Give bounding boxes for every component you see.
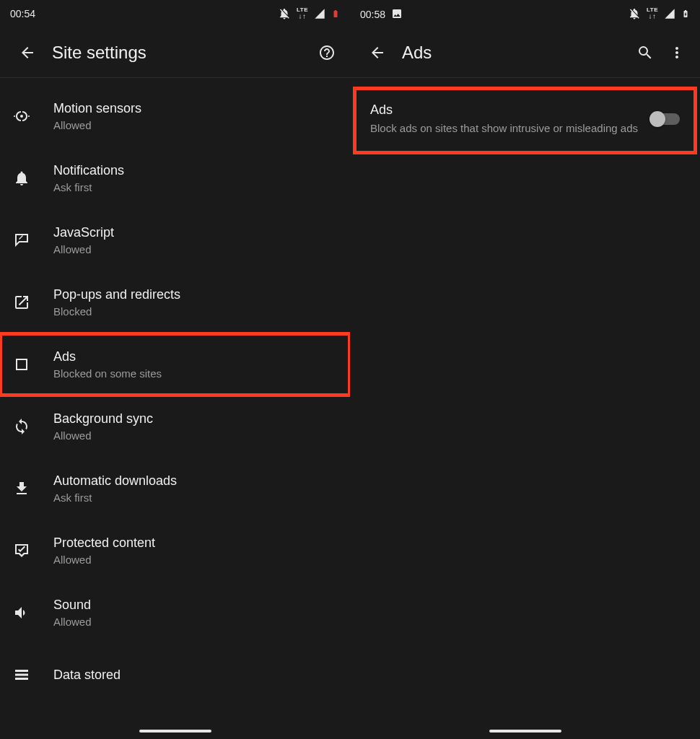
row-sub: Allowed [53, 429, 338, 443]
row-icon-slot [13, 604, 53, 621]
row-label: Protected content [53, 534, 338, 551]
app-bar: Ads [350, 27, 700, 78]
more-options-button[interactable] [661, 37, 693, 69]
js-icon [13, 232, 30, 249]
row-label: Notifications [53, 162, 338, 179]
row-sub: Blocked on some sites [53, 367, 338, 381]
sync-icon [13, 418, 30, 435]
nav-bar [0, 723, 350, 739]
motion-icon [13, 108, 30, 125]
page-title: Site settings [52, 43, 311, 63]
app-bar: Site settings [0, 27, 350, 78]
settings-row-data[interactable]: Data stored [0, 644, 350, 706]
status-bar: 00:54 LTE↓↑ [0, 0, 350, 27]
status-bar: 00:58 LTE↓↑ [350, 0, 700, 27]
ads-settings-screen: 00:58 LTE↓↑ Ads Ads Block ads on sites t… [350, 0, 700, 739]
row-icon-slot [13, 666, 53, 683]
row-label: Ads [53, 348, 338, 365]
ads-icon [13, 356, 30, 373]
settings-row-js[interactable]: JavaScriptAllowed [0, 209, 350, 271]
more-vert-icon [668, 44, 686, 61]
protected-icon [13, 542, 30, 559]
back-button[interactable] [13, 38, 42, 67]
row-sub: Allowed [53, 553, 338, 567]
row-sub: Allowed [53, 242, 338, 257]
help-icon [318, 44, 336, 61]
search-icon [636, 44, 654, 61]
notifications-off-icon [278, 7, 291, 20]
settings-row-popup[interactable]: Pop-ups and redirectsBlocked [0, 271, 350, 333]
signal-icon [664, 8, 675, 19]
row-sub: Allowed [53, 118, 338, 133]
row-label: JavaScript [53, 224, 338, 241]
signal-icon [314, 8, 325, 19]
settings-row-motion[interactable]: Motion sensorsAllowed [0, 85, 350, 147]
lte-indicator: LTE↓↑ [297, 7, 308, 20]
sound-icon [13, 604, 30, 621]
row-icon-slot [13, 232, 53, 249]
row-label: Background sync [53, 410, 338, 427]
status-time: 00:54 [10, 8, 35, 19]
ads-content: Ads Block ads on sites that show intrusi… [350, 78, 700, 723]
help-button[interactable] [311, 37, 343, 69]
notifications-off-icon [628, 7, 641, 20]
row-label: Data stored [53, 666, 338, 683]
row-sub: Ask first [53, 491, 338, 505]
ads-toggle-label: Ads [370, 102, 638, 118]
settings-row-nfc[interactable]: NFC devices [0, 706, 350, 723]
ads-toggle-description: Block ads on sites that show intrusive o… [370, 121, 638, 136]
status-time: 00:58 [360, 8, 403, 20]
row-icon-slot [13, 418, 53, 435]
settings-row-protected[interactable]: Protected contentAllowed [0, 520, 350, 582]
row-label: Sound [53, 596, 338, 613]
back-arrow-icon [19, 44, 36, 61]
row-icon-slot [13, 170, 53, 187]
download-icon [13, 480, 30, 497]
row-icon-slot [13, 108, 53, 125]
status-icons: LTE↓↑ [628, 7, 690, 20]
settings-row-sync[interactable]: Background syncAllowed [0, 395, 350, 458]
page-title: Ads [402, 43, 629, 63]
row-label: Pop-ups and redirects [53, 286, 338, 303]
settings-row-sound[interactable]: SoundAllowed [0, 582, 350, 644]
site-settings-screen: 00:54 LTE↓↑ Site settings Motion sensors… [0, 0, 350, 739]
bell-icon [13, 170, 30, 187]
row-sub: Ask first [53, 180, 338, 195]
row-icon-slot [13, 542, 53, 559]
row-icon-slot [13, 356, 53, 373]
battery-charging-icon [681, 7, 690, 20]
row-icon-slot [13, 480, 53, 497]
row-sub: Blocked [53, 305, 338, 319]
row-icon-slot [13, 294, 53, 311]
ads-switch[interactable] [651, 113, 680, 125]
settings-list: Motion sensorsAllowedNotificationsAsk fi… [0, 78, 350, 723]
settings-row-download[interactable]: Automatic downloadsAsk first [0, 458, 350, 520]
data-icon [13, 666, 30, 683]
search-button[interactable] [629, 37, 661, 69]
status-icons: LTE↓↑ [278, 7, 340, 20]
ads-toggle-row[interactable]: Ads Block ads on sites that show intrusi… [354, 88, 696, 153]
row-label: Automatic downloads [53, 472, 338, 489]
row-label: Motion sensors [53, 100, 338, 117]
back-button[interactable] [363, 38, 392, 67]
image-icon [391, 8, 403, 19]
switch-knob [649, 111, 665, 127]
nav-pill[interactable] [489, 730, 561, 733]
lte-indicator: LTE↓↑ [647, 7, 658, 20]
settings-row-ads[interactable]: AdsBlocked on some sites [0, 333, 350, 395]
battery-icon [331, 7, 340, 20]
nav-bar [350, 723, 700, 739]
settings-row-bell[interactable]: NotificationsAsk first [0, 147, 350, 209]
popup-icon [13, 294, 30, 311]
row-sub: Allowed [53, 615, 338, 629]
nav-pill[interactable] [139, 730, 211, 733]
back-arrow-icon [369, 44, 386, 61]
